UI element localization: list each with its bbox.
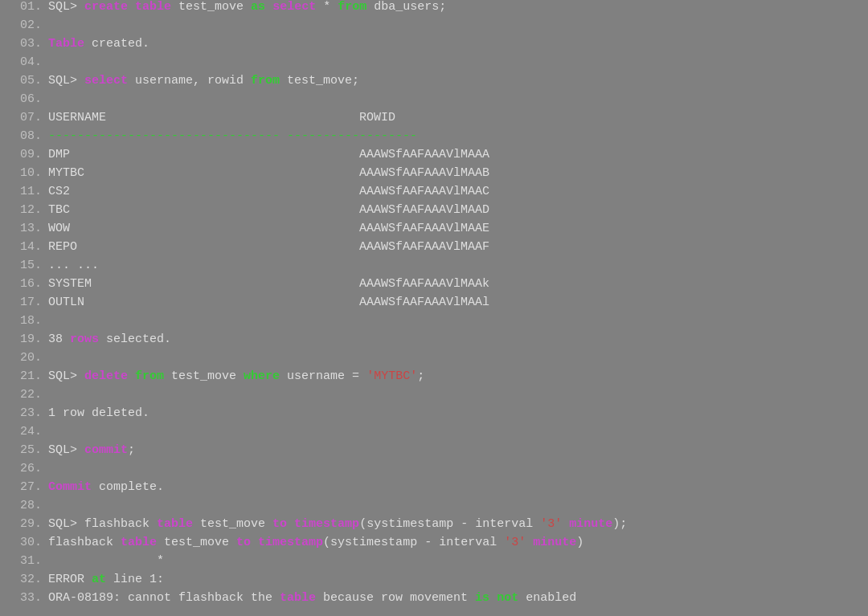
line-content: SYSTEM AAAWSfAAFAAAVlMAAk: [48, 277, 868, 291]
code-token: ;: [128, 443, 135, 457]
line-content: *: [48, 554, 868, 568]
code-line: 02.: [0, 18, 868, 37]
line-number: 02.: [0, 18, 48, 32]
code-token: from: [338, 0, 366, 14]
code-token: MYTBC AAAWSfAAFAAAVlMAAB: [48, 166, 489, 180]
line-content: MYTBC AAAWSfAAFAAAVlMAAB: [48, 166, 868, 180]
code-token: line 1:: [106, 573, 164, 586]
line-number: 14.: [0, 240, 48, 254]
code-token: [128, 369, 135, 383]
line-number: 18.: [0, 314, 48, 328]
line-content: WOW AAAWSfAAFAAAVlMAAE: [48, 222, 868, 235]
code-token: SQL>: [48, 369, 84, 383]
code-line: 07.USERNAME ROWID: [0, 111, 868, 129]
code-token: select: [272, 0, 316, 14]
code-line: 22.: [0, 388, 868, 406]
code-token: created.: [84, 37, 149, 51]
line-content: ORA-08189: cannot flashback the table be…: [48, 591, 868, 605]
line-content: SQL> commit;: [48, 443, 868, 457]
code-line: 01.SQL> create table test_move as select…: [0, 0, 868, 18]
code-token: complete.: [92, 480, 164, 494]
code-token: '3': [540, 517, 562, 531]
code-token: minute: [533, 536, 576, 549]
code-line: 20.: [0, 351, 868, 369]
line-content: CS2 AAAWSfAAFAAAVlMAAC: [48, 185, 868, 198]
line-number: 20.: [0, 351, 48, 365]
code-line: 25.SQL> commit;: [0, 443, 868, 462]
code-token: table: [121, 536, 157, 549]
code-token: 'MYTBC': [366, 369, 417, 383]
code-token: CS2 AAAWSfAAFAAAVlMAAC: [48, 185, 489, 198]
code-token: select: [84, 74, 128, 88]
code-token: TBC AAAWSfAAFAAAVlMAAD: [48, 203, 489, 217]
code-token: from: [135, 369, 164, 383]
code-token: create: [84, 0, 128, 14]
line-content: [48, 314, 868, 328]
line-number: 22.: [0, 388, 48, 402]
code-token: commit: [84, 443, 128, 457]
code-token: test_move;: [280, 74, 359, 88]
code-token: where: [244, 369, 280, 383]
code-token: because row movement: [316, 591, 475, 605]
code-line: 17.OUTLN AAAWSfAAFAAAVlMAAl: [0, 296, 868, 314]
code-token: );: [612, 517, 627, 531]
line-number: 19.: [0, 332, 48, 346]
line-content: ... ...: [48, 259, 868, 272]
line-number: 33.: [0, 591, 48, 605]
line-number: 15.: [0, 259, 48, 272]
code-line: 04.: [0, 55, 868, 74]
code-token: OUTLN AAAWSfAAFAAAVlMAAl: [48, 296, 489, 309]
code-line: 23.1 row deleted.: [0, 406, 868, 425]
line-number: 07.: [0, 111, 48, 124]
code-token: not: [497, 591, 518, 605]
code-line: 33.ORA-08189: cannot flashback the table…: [0, 591, 868, 610]
code-token: 1 row deleted.: [48, 406, 149, 420]
line-number: 06.: [0, 92, 48, 106]
line-content: 1 row deleted.: [48, 406, 868, 420]
line-content: 38 rows selected.: [48, 332, 868, 346]
line-number: 09.: [0, 148, 48, 161]
code-token: Table: [48, 37, 84, 51]
code-line: 08.-------------------------------- ----…: [0, 129, 868, 148]
line-number: 08.: [0, 129, 48, 143]
code-token: ORA-08189: cannot flashback the: [48, 591, 280, 605]
code-line: 21.SQL> delete from test_move where user…: [0, 369, 868, 388]
code-token: test_move: [171, 0, 251, 14]
code-token: [526, 536, 533, 549]
code-token: selected.: [99, 332, 171, 346]
code-token: WOW AAAWSfAAFAAAVlMAAE: [48, 222, 489, 235]
code-line: 30.flashback table test_move to timestam…: [0, 536, 868, 554]
code-token: enabled: [518, 591, 576, 605]
code-token: ;: [417, 369, 424, 383]
code-token: 38: [48, 332, 70, 346]
code-line: 29.SQL> flashback table test_move to tim…: [0, 517, 868, 536]
line-content: -------------------------------- -------…: [48, 129, 868, 143]
code-token: timestamp: [294, 517, 359, 531]
code-token: dba_users;: [366, 0, 446, 14]
code-line: 18.: [0, 314, 868, 332]
line-content: [48, 462, 868, 475]
line-content: [48, 499, 868, 512]
code-token: SQL>: [48, 74, 84, 88]
code-token: [562, 517, 569, 531]
code-token: from: [251, 74, 280, 88]
code-token: SQL> flashback: [48, 517, 157, 531]
code-token: delete: [84, 369, 128, 383]
line-number: 11.: [0, 185, 48, 198]
code-token: rows: [70, 332, 99, 346]
code-token: as: [251, 0, 265, 14]
code-line: 06.: [0, 92, 868, 111]
line-number: 10.: [0, 166, 48, 180]
line-content: [48, 55, 868, 69]
line-content: OUTLN AAAWSfAAFAAAVlMAAl: [48, 296, 868, 309]
line-number: 03.: [0, 37, 48, 51]
line-content: flashback table test_move to timestamp(s…: [48, 536, 868, 549]
code-token: at: [92, 573, 106, 586]
code-line: 03.Table created.: [0, 37, 868, 55]
code-token: DMP AAAWSfAAFAAAVlMAAA: [48, 148, 489, 161]
code-token: REPO AAAWSfAAFAAAVlMAAF: [48, 240, 489, 254]
line-number: 27.: [0, 480, 48, 494]
line-content: SQL> create table test_move as select * …: [48, 0, 868, 14]
code-token: ERROR: [48, 573, 92, 586]
code-token: SQL>: [48, 0, 84, 14]
